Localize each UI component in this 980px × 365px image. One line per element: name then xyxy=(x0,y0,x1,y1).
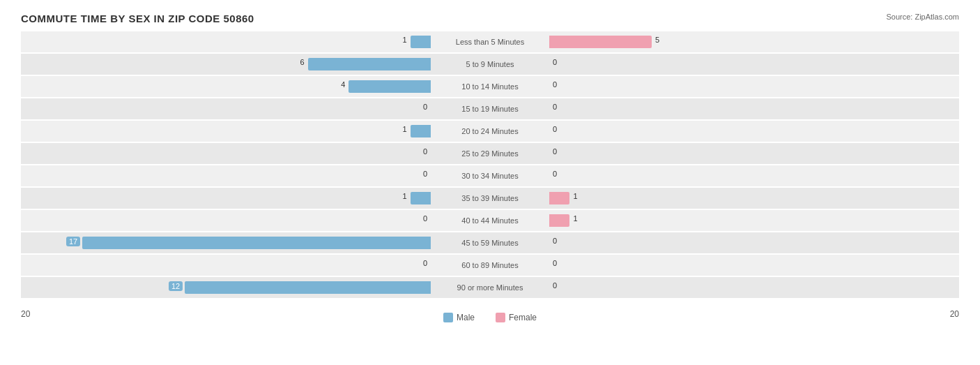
row-label: 45 to 59 Minutes xyxy=(461,239,518,247)
table-row: 4010 to 14 Minutes xyxy=(21,76,959,97)
row-label: 20 to 24 Minutes xyxy=(461,127,518,135)
row-label: 30 to 34 Minutes xyxy=(461,172,518,180)
male-value: 1 xyxy=(402,192,406,200)
table-row: 0060 to 89 Minutes xyxy=(21,255,959,276)
row-label: 25 to 29 Minutes xyxy=(461,149,518,158)
male-bar: 1 xyxy=(411,36,431,48)
table-row: 12090 or more Minutes xyxy=(21,277,959,298)
male-value: 0 xyxy=(423,259,427,267)
row-label: 15 to 19 Minutes xyxy=(461,105,518,113)
male-bar: 1 xyxy=(411,192,431,204)
female-bar: 1 xyxy=(549,214,569,227)
table-row: 17045 to 59 Minutes xyxy=(21,232,959,253)
female-value: 0 xyxy=(553,103,557,111)
female-value: 0 xyxy=(553,259,557,267)
axis-bottom: 20 Male Female 20 xyxy=(21,309,959,322)
legend-male-box xyxy=(443,313,453,322)
female-value: 1 xyxy=(573,192,577,200)
source-label: Source: ZipAtlas.com xyxy=(886,13,959,21)
table-row: 0030 to 34 Minutes xyxy=(21,165,959,186)
legend-male-label: Male xyxy=(457,313,475,322)
male-value: 0 xyxy=(423,147,427,156)
legend-female: Female xyxy=(496,313,537,322)
table-row: 0015 to 19 Minutes xyxy=(21,98,959,119)
row-label: 5 to 9 Minutes xyxy=(466,60,514,68)
male-value: 6 xyxy=(300,58,304,66)
row-label: 40 to 44 Minutes xyxy=(461,216,518,225)
table-row: 0140 to 44 Minutes xyxy=(21,210,959,231)
axis-right-label: 20 xyxy=(950,309,959,322)
female-value: 1 xyxy=(573,214,577,223)
female-bar: 5 xyxy=(549,36,652,48)
female-value: 0 xyxy=(553,170,557,178)
female-value: 0 xyxy=(553,58,557,66)
legend: Male Female xyxy=(443,313,537,322)
female-bar: 1 xyxy=(549,192,569,204)
male-value: 17 xyxy=(66,237,80,246)
table-row: 605 to 9 Minutes xyxy=(21,54,959,75)
row-label: 10 to 14 Minutes xyxy=(461,82,518,91)
female-value: 5 xyxy=(655,36,659,44)
table-row: 15Less than 5 Minutes xyxy=(21,31,959,52)
female-value: 0 xyxy=(553,125,557,133)
male-bar: 1 xyxy=(411,125,431,137)
legend-female-label: Female xyxy=(509,313,537,322)
table-row: 1020 to 24 Minutes xyxy=(21,121,959,142)
axis-left-label: 20 xyxy=(21,309,30,322)
female-value: 0 xyxy=(553,281,557,290)
male-bar: 4 xyxy=(349,80,431,93)
male-bar: 17 xyxy=(82,237,431,249)
chart-title: COMMUTE TIME BY SEX IN ZIP CODE 50860 xyxy=(21,13,959,24)
male-value: 4 xyxy=(341,80,345,89)
female-value: 0 xyxy=(553,147,557,156)
table-row: 0025 to 29 Minutes xyxy=(21,143,959,164)
male-bar: 12 xyxy=(185,281,431,294)
male-value: 12 xyxy=(169,281,183,291)
male-value: 0 xyxy=(423,214,427,223)
male-value: 1 xyxy=(402,36,406,44)
row-label: 90 or more Minutes xyxy=(457,283,523,292)
chart-container: COMMUTE TIME BY SEX IN ZIP CODE 50860 So… xyxy=(0,0,980,365)
legend-female-box xyxy=(496,313,505,322)
female-value: 0 xyxy=(553,80,557,89)
table-row: 1135 to 39 Minutes xyxy=(21,188,959,209)
chart-area: 15Less than 5 Minutes605 to 9 Minutes401… xyxy=(21,31,959,304)
male-value: 1 xyxy=(402,125,406,133)
male-value: 0 xyxy=(423,103,427,111)
row-label: 35 to 39 Minutes xyxy=(461,194,518,202)
row-label: Less than 5 Minutes xyxy=(456,38,524,46)
male-bar: 6 xyxy=(308,58,431,70)
female-value: 0 xyxy=(553,237,557,245)
legend-male: Male xyxy=(443,313,475,322)
male-value: 0 xyxy=(423,170,427,178)
row-label: 60 to 89 Minutes xyxy=(461,261,518,269)
